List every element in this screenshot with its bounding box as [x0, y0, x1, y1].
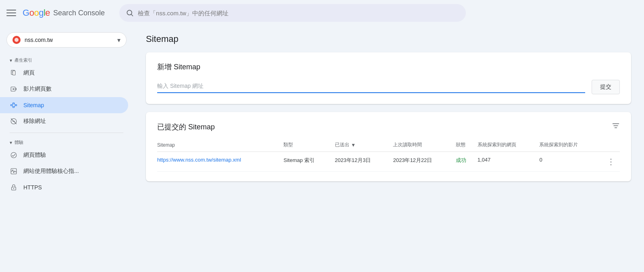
sidebar-item-remove-label: 移除網址: [23, 118, 46, 125]
site-selector[interactable]: nss.com.tw ▾: [6, 32, 127, 48]
td-status: 成功: [456, 152, 478, 172]
add-sitemap-title: 新增 Sitemap: [157, 62, 620, 72]
th-last-read: 上次讀取時間: [393, 138, 455, 152]
content-area: Sitemap 新增 Sitemap 提交 已提交的 Sitemap: [133, 26, 644, 272]
sidebar-item-web-experience[interactable]: 網頁體驗: [0, 147, 128, 163]
th-videos: 系統探索到的影片: [539, 138, 601, 152]
td-videos: 0: [539, 152, 601, 172]
sidebar-item-experience-label: 網頁體驗: [23, 152, 46, 159]
search-bar[interactable]: [119, 4, 466, 22]
lock-icon: [10, 183, 18, 191]
sitemap-icon: [10, 101, 18, 109]
submitted-sitemaps-title: 已提交的 Sitemap: [157, 122, 215, 132]
sitemap-url-input[interactable]: [157, 81, 585, 91]
submit-button[interactable]: 提交: [592, 80, 620, 94]
app-title: Search Console: [53, 9, 105, 17]
status-badge: 成功: [456, 157, 466, 163]
th-submitted[interactable]: 已送出 ▼: [335, 138, 393, 152]
top-header: Google Search Console: [0, 0, 644, 26]
td-pages: 1,047: [478, 152, 540, 172]
google-logo: Google: [23, 8, 50, 18]
th-actions: [601, 138, 620, 152]
svg-line-17: [15, 105, 15, 107]
chevron-down-icon: ▾: [117, 36, 120, 44]
td-more: ⋮: [601, 152, 620, 172]
sidebar-item-pages[interactable]: 網頁: [0, 65, 128, 81]
search-input[interactable]: [138, 10, 459, 17]
svg-rect-6: [13, 71, 15, 75]
td-last-read: 2023年12月22日: [393, 152, 455, 172]
svg-line-15: [12, 105, 13, 107]
svg-line-16: [15, 104, 15, 106]
add-sitemap-row: 提交: [157, 80, 620, 94]
experience-icon: [10, 151, 18, 159]
pages-icon: [10, 69, 18, 77]
svg-line-1: [131, 15, 133, 16]
site-favicon: [12, 36, 21, 44]
more-options-icon[interactable]: ⋮: [607, 157, 615, 166]
svg-rect-13: [15, 105, 17, 106]
svg-rect-9: [16, 88, 17, 90]
svg-line-14: [12, 104, 13, 106]
page-title: Sitemap: [146, 34, 631, 44]
table-header-row: Sitemap 類型 已送出 ▼ 上次讀取時間: [157, 138, 620, 152]
svg-point-23: [13, 188, 14, 189]
sidebar-item-https-label: HTTPS: [23, 184, 42, 191]
submitted-sitemaps-card: 已提交的 Sitemap Sitemap: [146, 112, 631, 181]
svg-marker-8: [13, 88, 15, 90]
sidebar-item-sitemap-label: Sitemap: [23, 102, 44, 108]
th-pages: 系統探索到的網頁: [478, 138, 540, 152]
video-icon: [10, 85, 18, 93]
sidebar: nss.com.tw ▾ ▾ 產生索引 網頁: [0, 26, 133, 272]
filter-icon[interactable]: [612, 122, 620, 132]
svg-rect-10: [11, 105, 12, 106]
sidebar-item-https[interactable]: HTTPS: [0, 179, 128, 195]
site-name: nss.com.tw: [25, 37, 113, 43]
remove-url-icon: [10, 117, 18, 125]
th-sitemap: Sitemap: [157, 138, 283, 152]
th-type: 類型: [283, 138, 334, 152]
sitemap-table: Sitemap 類型 已送出 ▼ 上次讀取時間: [157, 138, 620, 172]
sidebar-item-core-vitals[interactable]: 網站使用體驗核心指...: [0, 163, 128, 179]
svg-point-20: [11, 152, 17, 158]
svg-rect-11: [13, 103, 15, 104]
svg-rect-12: [13, 106, 15, 108]
sidebar-item-vitals-label: 網站使用體驗核心指...: [23, 168, 79, 175]
menu-icon[interactable]: [6, 8, 16, 18]
vitals-icon: [10, 167, 18, 175]
sidebar-item-pages-label: 網頁: [23, 69, 35, 77]
sort-down-icon: ▼: [351, 142, 356, 148]
td-submitted: 2023年12月3日: [335, 152, 393, 172]
add-sitemap-card: 新增 Sitemap 提交: [146, 52, 631, 104]
table-row: https://www.nss.com.tw/sitemap.xml Sitem…: [157, 152, 620, 172]
main-layout: nss.com.tw ▾ ▾ 產生索引 網頁: [0, 26, 644, 272]
sidebar-item-sitemap[interactable]: Sitemap: [0, 97, 128, 113]
sidebar-divider: [10, 133, 123, 133]
sitemap-input-wrapper: [157, 81, 585, 93]
th-status: 狀態: [456, 138, 478, 152]
sidebar-item-video-pages[interactable]: 影片網頁數: [0, 81, 128, 97]
search-icon: [126, 9, 134, 17]
td-type: Sitemap 索引: [283, 152, 334, 172]
sidebar-item-remove-url[interactable]: 移除網址: [0, 113, 128, 129]
logo-area: Google Search Console: [23, 8, 105, 18]
submitted-card-header: 已提交的 Sitemap: [157, 122, 620, 132]
sidebar-section-index: ▾ 產生索引: [0, 54, 133, 65]
sidebar-section-experience: ▾ 體驗: [0, 136, 133, 147]
sidebar-item-video-label: 影片網頁數: [23, 85, 52, 93]
svg-point-2: [15, 38, 19, 42]
td-url: https://www.nss.com.tw/sitemap.xml: [157, 152, 283, 172]
